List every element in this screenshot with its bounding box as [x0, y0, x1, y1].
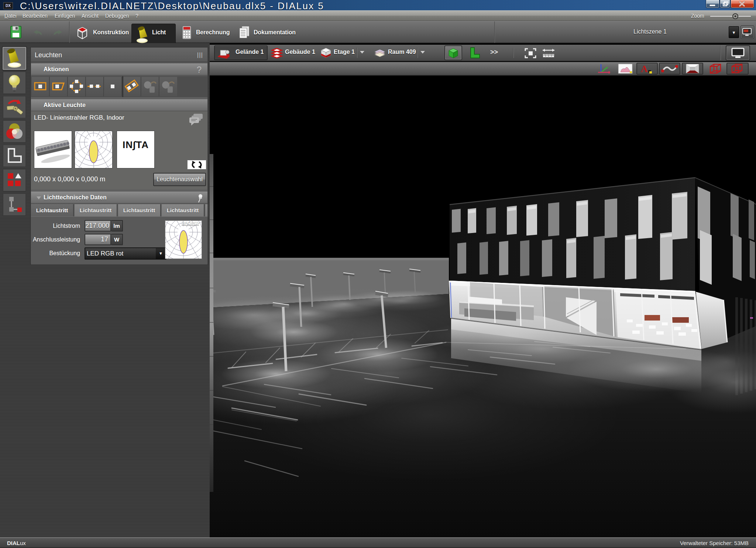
svg-text:A: A: [641, 64, 648, 74]
